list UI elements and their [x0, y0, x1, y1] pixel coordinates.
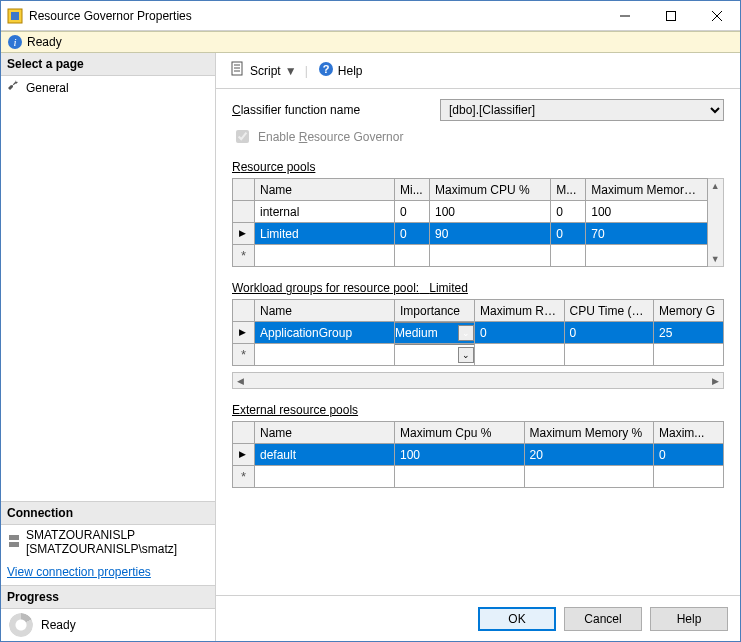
- progress-header: Progress: [1, 586, 215, 609]
- col-max-cpu[interactable]: Maximum CPU %: [430, 179, 551, 201]
- help-button-footer[interactable]: Help: [650, 607, 728, 631]
- table-row[interactable]: internal01000100: [233, 201, 708, 223]
- classifier-select[interactable]: [dbo].[Classifier]: [440, 99, 724, 121]
- chevron-down-icon[interactable]: ⌄: [458, 325, 474, 341]
- chevron-down-icon[interactable]: ⌄: [458, 347, 474, 363]
- select-page-header: Select a page: [1, 53, 215, 76]
- progress-spinner-icon: [9, 613, 33, 637]
- col-max-cpu[interactable]: Maximum Cpu %: [395, 422, 525, 444]
- table-row[interactable]: default 100 20 0: [233, 444, 724, 466]
- workload-groups-group: Workload groups for resource pool: Limit…: [232, 281, 724, 389]
- script-dropdown-icon[interactable]: ▼: [285, 64, 295, 78]
- cancel-button[interactable]: Cancel: [564, 607, 642, 631]
- table-header-row: Name Importance Maximum Req... CPU Time …: [233, 300, 724, 322]
- resource-pools-group: Resource pools Name Mi... Maximum CPU % …: [232, 160, 724, 267]
- external-pools-table[interactable]: Name Maximum Cpu % Maximum Memory % Maxi…: [232, 421, 724, 488]
- help-label: Help: [338, 64, 363, 78]
- resource-pools-table[interactable]: Name Mi... Maximum CPU % M... Maximum Me…: [232, 178, 708, 267]
- close-button[interactable]: [694, 1, 740, 30]
- table-header-row: Name Mi... Maximum CPU % M... Maximum Me…: [233, 179, 708, 201]
- maximize-button[interactable]: [648, 1, 694, 30]
- col-name[interactable]: Name: [255, 300, 395, 322]
- external-pools-label: External resource pools: [232, 403, 724, 417]
- sidebar-item-label: General: [26, 81, 69, 95]
- table-new-row[interactable]: * ⌄: [233, 344, 724, 366]
- window-controls: [602, 1, 740, 30]
- hscrollbar[interactable]: ◀▶: [232, 372, 724, 389]
- external-pools-group: External resource pools Name Maximum Cpu…: [232, 403, 724, 488]
- importance-cell-dropdown[interactable]: ⌄: [395, 344, 475, 366]
- workload-groups-label: Workload groups for resource pool: Limit…: [232, 281, 724, 295]
- table-row[interactable]: Limited090070: [233, 223, 708, 245]
- svg-rect-1: [11, 12, 19, 20]
- script-label: Script: [250, 64, 281, 78]
- help-button[interactable]: ? Help: [314, 59, 367, 82]
- col-name[interactable]: Name: [255, 179, 395, 201]
- server-icon: [7, 534, 21, 551]
- wrench-icon: [7, 79, 21, 96]
- svg-rect-9: [9, 542, 19, 547]
- table-header-row: Name Maximum Cpu % Maximum Memory % Maxi…: [233, 422, 724, 444]
- col-cpu-time[interactable]: CPU Time (sec): [564, 300, 654, 322]
- enable-rg-row: Enable Resource Governor: [232, 127, 724, 146]
- help-icon: ?: [318, 61, 334, 80]
- server-name: SMATZOURANISLP: [26, 528, 177, 542]
- resource-pools-label: Resource pools: [232, 160, 724, 174]
- titlebar: Resource Governor Properties: [1, 1, 740, 31]
- toolbar: Script ▼ | ? Help: [216, 53, 740, 89]
- window-title: Resource Governor Properties: [29, 9, 602, 23]
- col-importance[interactable]: Importance: [395, 300, 475, 322]
- table-new-row[interactable]: *: [233, 245, 708, 267]
- classifier-label: Classifier function name: [232, 103, 432, 117]
- col-max-req[interactable]: Maximum Req...: [475, 300, 565, 322]
- status-strip: i Ready: [1, 31, 740, 53]
- svg-text:?: ?: [322, 63, 329, 75]
- vscrollbar[interactable]: ▲▼: [708, 178, 724, 267]
- script-icon: [230, 61, 246, 80]
- col-max-mem[interactable]: Maximum Memory %: [586, 179, 707, 201]
- col-max-mem[interactable]: Maximum Memory %: [524, 422, 654, 444]
- col-max[interactable]: Maxim...: [654, 422, 724, 444]
- ok-button[interactable]: OK: [478, 607, 556, 631]
- importance-cell-dropdown[interactable]: Medium⌄: [395, 322, 475, 344]
- script-button[interactable]: Script ▼: [226, 59, 299, 82]
- app-icon: [7, 8, 23, 24]
- content: Classifier function name [dbo].[Classifi…: [216, 89, 740, 595]
- body: Select a page General Connection SMATZOU…: [1, 53, 740, 641]
- dialog-footer: OK Cancel Help: [216, 595, 740, 641]
- col-min-cpu[interactable]: Mi...: [395, 179, 430, 201]
- workload-groups-table[interactable]: Name Importance Maximum Req... CPU Time …: [232, 299, 724, 366]
- view-connection-link[interactable]: View connection properties: [1, 559, 157, 585]
- svg-rect-3: [667, 11, 676, 20]
- enable-rg-label: Enable Resource Governor: [258, 130, 403, 144]
- info-icon: i: [7, 34, 23, 50]
- dialog-window: Resource Governor Properties i Ready Sel…: [0, 0, 741, 642]
- main-panel: Script ▼ | ? Help Classifier function na…: [216, 53, 740, 641]
- user-name: [SMATZOURANISLP\smatz]: [26, 542, 177, 556]
- table-row[interactable]: ApplicationGroup Medium⌄ 0 0 25: [233, 322, 724, 344]
- enable-rg-checkbox: [236, 130, 249, 143]
- sidebar: Select a page General Connection SMATZOU…: [1, 53, 216, 641]
- connection-header: Connection: [1, 502, 215, 525]
- svg-text:i: i: [13, 36, 16, 48]
- minimize-button[interactable]: [602, 1, 648, 30]
- svg-rect-8: [9, 535, 19, 540]
- progress-text: Ready: [41, 618, 76, 632]
- sidebar-item-general[interactable]: General: [1, 76, 215, 99]
- classifier-row: Classifier function name [dbo].[Classifi…: [232, 99, 724, 121]
- col-name[interactable]: Name: [255, 422, 395, 444]
- table-new-row[interactable]: *: [233, 466, 724, 488]
- col-min-mem[interactable]: M...: [551, 179, 586, 201]
- col-mem[interactable]: Memory G: [654, 300, 724, 322]
- status-text: Ready: [27, 35, 62, 49]
- connection-info: SMATZOURANISLP [SMATZOURANISLP\smatz]: [1, 525, 215, 559]
